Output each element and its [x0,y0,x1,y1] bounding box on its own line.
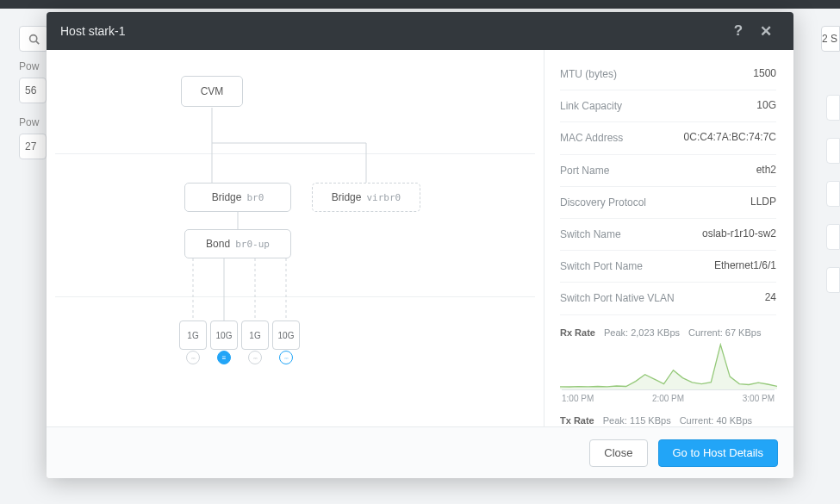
detail-value: LLDP [750,196,776,208]
port-item[interactable]: 10G ⎓ [272,320,300,350]
modal-title: Host stark-1 [60,24,125,38]
detail-key: Discovery Protocol [560,196,750,209]
svg-point-0 [29,34,36,41]
port-speed: 10G [278,331,295,340]
modal-body: CVM Bridge br0 Bridge virbr0 Bond br0-up… [47,50,793,426]
port-status-icon[interactable]: ⎓ [248,351,262,364]
detail-key: MAC Address [560,131,684,145]
modal-header: Host stark-1 ? ✕ [47,12,793,50]
rx-rate-peak: Peak: 2,023 KBps [604,327,680,338]
bg-power-value-2[interactable]: 27 [19,134,47,159]
rx-tick: 3:00 PM [743,394,775,403]
detail-value: Ethernet1/6/1 [714,259,776,271]
node-bond[interactable]: Bond br0-up [184,229,291,258]
detail-row: Discovery ProtocolLLDP [560,187,776,219]
detail-value: 10G [756,99,776,111]
node-cvm[interactable]: CVM [181,76,243,107]
tx-rate-section: Tx Rate Peak: 115 KBps Current: 40 KBps [560,415,776,427]
detail-value: 1500 [753,67,776,79]
detail-key: Switch Port Native VLAN [560,291,765,305]
detail-row: Link Capacity10G [560,90,776,122]
node-bond-name: br0-up [235,239,270,250]
bg-side-tab[interactable] [826,267,840,293]
close-icon[interactable]: ✕ [752,22,780,40]
details-pane: MTU (bytes)1500Link Capacity10GMAC Addre… [544,50,793,426]
rx-rate-current: Current: 67 KBps [688,327,761,338]
bg-power-value-1[interactable]: 56 [19,78,47,103]
port-status-icon[interactable]: ⎓ [186,351,200,364]
detail-key: Switch Port Name [560,259,714,273]
port-speed: 1G [187,331,198,340]
bg-side-tab[interactable] [826,224,840,250]
close-button[interactable]: Close [589,439,647,467]
detail-key: MTU (bytes) [560,67,753,81]
node-bridge-label: Bridge [212,191,242,203]
node-cvm-label: CVM [201,85,224,97]
bg-side-tab[interactable] [826,138,840,164]
detail-row: MTU (bytes)1500 [560,59,776,90]
node-bridge-virbr0[interactable]: Bridge virbr0 [312,183,420,212]
rx-rate-chart [560,343,776,389]
detail-value: 24 [765,291,776,303]
rx-rate-section: Rx Rate Peak: 2,023 KBps Current: 67 KBp… [560,327,776,403]
rx-tick: 1:00 PM [562,394,594,403]
search-button[interactable] [19,26,48,52]
detail-row: Switch Port Native VLAN24 [560,283,776,314]
host-modal: Host stark-1 ? ✕ CVM Bridge [47,12,793,478]
bg-side-tab[interactable] [826,181,840,207]
port-item[interactable]: 1G ⎓ [179,320,207,350]
go-to-host-details-button[interactable]: Go to Host Details [658,439,779,467]
bg-top-bar [0,0,840,9]
detail-key: Switch Name [560,227,702,241]
bg-power-label-2: Pow [19,116,39,128]
node-bond-label: Bond [206,238,230,250]
modal-footer: Close Go to Host Details [47,426,793,478]
detail-row: Switch Port NameEthernet1/6/1 [560,251,776,283]
help-icon[interactable]: ? [725,22,752,40]
tx-rate-title: Tx Rate [560,415,594,426]
tx-rate-current: Current: 40 KBps [680,415,752,426]
detail-value: 0C:C4:7A:BC:74:7C [684,131,776,143]
detail-row: Switch Nameoslab-r1r10-sw2 [560,219,776,251]
search-icon [28,34,40,45]
bg-top-right-pill[interactable]: 2 S [821,26,840,52]
detail-key: Link Capacity [560,99,756,113]
rx-tick: 2:00 PM [652,394,684,403]
network-diagram: CVM Bridge br0 Bridge virbr0 Bond br0-up… [47,50,544,426]
bg-power-label-1: Pow [19,60,39,72]
port-list: 1G ⎓ 10G ≡ 1G ⎓ 10G ⎓ [179,320,300,350]
rx-rate-title: Rx Rate [560,327,595,338]
node-bridge2-name: virbr0 [366,192,401,203]
rx-rate-xaxis: 1:00 PM 2:00 PM 3:00 PM [562,389,775,403]
detail-value: eth2 [756,164,776,176]
port-item[interactable]: 1G ⎓ [241,320,269,350]
detail-row: MAC Address0C:C4:7A:BC:74:7C [560,122,776,154]
detail-key: Port Name [560,164,756,177]
node-bridge2-label: Bridge [332,191,362,203]
svg-line-1 [35,40,38,43]
bg-side-tab[interactable] [826,95,840,121]
node-bridge-br0[interactable]: Bridge br0 [184,183,291,212]
port-speed: 10G [216,331,233,340]
detail-row: Port Nameeth2 [560,155,776,187]
port-status-icon[interactable]: ≡ [217,351,231,364]
port-speed: 1G [249,331,260,340]
tx-rate-peak: Peak: 115 KBps [603,415,671,426]
detail-value: oslab-r1r10-sw2 [702,227,776,240]
node-bridge-name: br0 [246,192,264,203]
port-item[interactable]: 10G ≡ [210,320,238,350]
port-status-icon[interactable]: ⎓ [279,351,293,364]
